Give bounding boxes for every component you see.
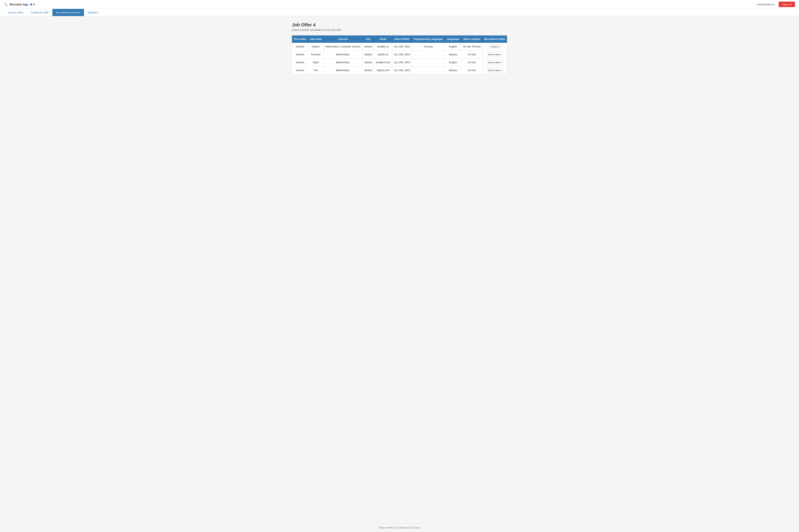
main-content: Job Offer 4 Select suitable candidates f…: [288, 16, 511, 523]
cell-work-location: On-site: [461, 51, 483, 59]
cell-city: Jakarta: [362, 66, 374, 74]
cell-last-name: Fourteen: [308, 51, 324, 59]
cell-last-name: Eight: [308, 59, 324, 66]
cell-work-location: On-site, Remote: [461, 43, 483, 51]
cell-email: awd@s.co: [374, 43, 392, 51]
heart-icon: ♥: [391, 526, 392, 529]
col-recruitment-state: Recruitment State: [483, 36, 507, 43]
col-last-name: Last name: [308, 36, 324, 43]
cell-last-name: Sixteen: [308, 43, 324, 51]
cell-courses: Mathematics: [323, 66, 362, 74]
select-state-button[interactable]: Select state: [486, 68, 503, 73]
cell-languages: Bahasa: [445, 66, 461, 74]
col-work-location: Work Location: [461, 36, 483, 43]
cell-recruitment-state: Select state: [483, 51, 507, 59]
candidates-table-wrapper: First name Last name Courses City Email …: [292, 36, 507, 74]
page-subtitle: Select suitable candidates for this job …: [292, 28, 507, 32]
cell-recruitment-state: Select state: [483, 66, 507, 74]
select-state-button[interactable]: Select state: [486, 52, 503, 57]
col-city: City: [362, 36, 374, 43]
status-dots: [30, 3, 35, 5]
table-header-row: First name Last name Courses City Email …: [292, 36, 507, 43]
table-row: StudentTwoMathematicsJakartasd@as.comJun…: [292, 66, 507, 74]
candidates-table: First name Last name Courses City Email …: [292, 36, 507, 74]
col-email: Email: [374, 36, 392, 43]
sign-out-button[interactable]: Sign out: [779, 2, 795, 7]
col-languages: Languages: [445, 36, 461, 43]
cell-languages: English: [445, 59, 461, 66]
cell-programming-languages: GoLang: [412, 43, 445, 51]
tab-create-job-offer[interactable]: Create job offer: [27, 9, 52, 16]
cell-languages: English: [445, 43, 461, 51]
cell-city: Jakarta: [362, 43, 374, 51]
dot-gray: [33, 3, 35, 5]
tab-recruitment-process[interactable]: Recruitment process: [52, 9, 84, 16]
search-icon: 🔍: [4, 3, 7, 6]
app-name: Recruiter App: [10, 3, 28, 6]
footer-text: Made with ♥ by the Mitochondria Team: [379, 526, 420, 529]
cell-city: Jakarta: [362, 51, 374, 59]
cell-dob: Jun 15th, 2023: [392, 43, 412, 51]
footer: Made with ♥ by the Mitochondria Team: [0, 523, 799, 532]
cell-first-name: Student: [292, 66, 308, 74]
tab-list-job-offers[interactable]: List job offers: [4, 9, 27, 16]
col-courses: Courses: [323, 36, 362, 43]
table-row: StudentEightMathematicsJakartaawd@sd.com…: [292, 59, 507, 66]
cell-courses: Mathematics: [323, 59, 362, 66]
authenticated-label: Authenticated as: [757, 3, 775, 6]
cell-recruitment-state: Contact: [483, 43, 507, 51]
cell-recruitment-state: Select state: [483, 59, 507, 66]
cell-languages: Bahasa: [445, 51, 461, 59]
cell-first-name: Student: [292, 43, 308, 51]
table-row: StudentFourteenMathematicsJakartaasd@s.c…: [292, 51, 507, 59]
cell-email: asd@s.co: [374, 51, 392, 59]
cell-courses: Mathematics: [323, 51, 362, 59]
nav-tabs: List job offers Create job offer Recruit…: [0, 9, 799, 16]
cell-dob: Jun 15th, 2023: [392, 66, 412, 74]
tab-statistics[interactable]: Statistics: [84, 9, 102, 16]
cell-first-name: Student: [292, 59, 308, 66]
cell-email: sd@as.com: [374, 66, 392, 74]
cell-courses: Mathematics, Computer Science: [323, 43, 362, 51]
table-row: StudentSixteenMathematics, Computer Scie…: [292, 43, 507, 51]
table-body: StudentSixteenMathematics, Computer Scie…: [292, 43, 507, 74]
cell-email: awd@sd.com: [374, 59, 392, 66]
select-state-button[interactable]: Select state: [486, 60, 503, 65]
cell-last-name: Two: [308, 66, 324, 74]
col-first-name: First name: [292, 36, 308, 43]
cell-city: Jakarta: [362, 59, 374, 66]
col-dob: Date Of Birth: [392, 36, 412, 43]
cell-first-name: Student: [292, 51, 308, 59]
cell-dob: Jun 15th, 2023: [392, 51, 412, 59]
cell-programming-languages: [412, 51, 445, 59]
header: 🔍 Recruiter App Authenticated as Sign ou…: [0, 0, 799, 9]
cell-work-location: On-site: [461, 66, 483, 74]
cell-programming-languages: [412, 66, 445, 74]
dot-blue: [30, 3, 32, 5]
cell-dob: Jun 15th, 2023: [392, 59, 412, 66]
col-programming-languages: Programming Languages: [412, 36, 445, 43]
cell-work-location: On-site: [461, 59, 483, 66]
page-title: Job Offer 4: [292, 22, 507, 27]
cell-programming-languages: [412, 59, 445, 66]
contact-button[interactable]: Contact: [488, 44, 501, 49]
